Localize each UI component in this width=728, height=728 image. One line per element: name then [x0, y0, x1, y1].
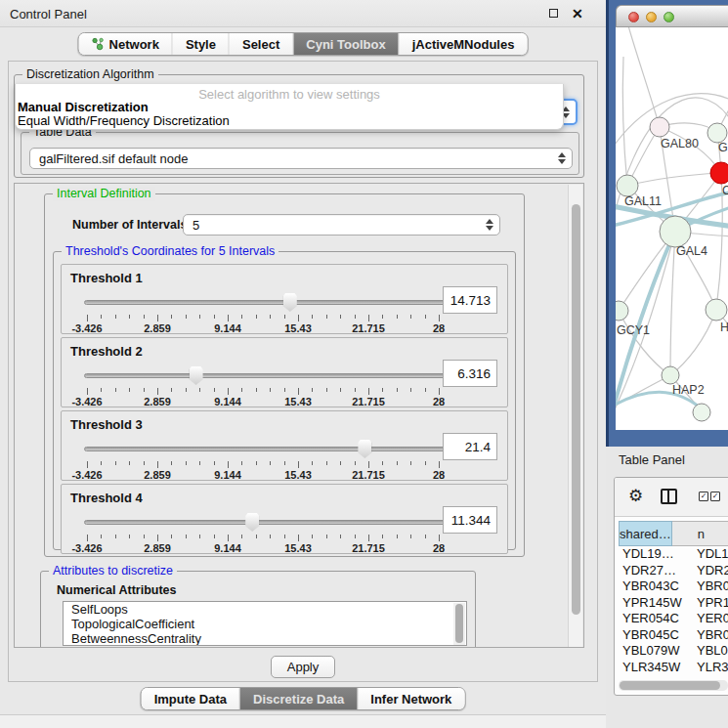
slider-ticks	[87, 388, 439, 396]
attributes-group: Attributes to discretize Numerical Attri…	[40, 571, 476, 648]
network-node[interactable]	[706, 299, 727, 321]
slider-handle[interactable]	[283, 293, 297, 312]
tab-select[interactable]: Select	[230, 33, 293, 55]
tab-network[interactable]: Network	[79, 33, 173, 55]
network-node[interactable]	[710, 162, 728, 184]
cell-name: YIL0	[691, 675, 728, 677]
network-node[interactable]	[616, 301, 628, 321]
threshold-label: Threshold 1	[70, 271, 143, 285]
column-header-shared-name[interactable]: shared…	[619, 521, 672, 546]
algorithm-popup-hint: Select algorithm to view settings	[16, 84, 563, 101]
slider-track[interactable]	[84, 300, 447, 305]
cell-name: YBL0	[691, 643, 728, 660]
table-panel: Table Panel ⚙ ✓ ✓ shared… n YDL19…YDL1YD…	[606, 447, 728, 728]
table-row[interactable]: YIL052CYIL0	[619, 675, 728, 677]
attributes-group-title: Attributes to discretize	[49, 564, 177, 578]
network-canvas[interactable]: GAL80GCGAL11GAL4GCY1HHAP2	[616, 27, 728, 430]
slider-tick-labels: -3.4262.8599.14415.4321.71528	[87, 322, 439, 334]
cyni-bottom-tabbar: Impute Data Discretize Data Infer Networ…	[141, 687, 466, 710]
attribute-list-item[interactable]: SelfLoops	[64, 602, 466, 617]
threshold-value-input[interactable]	[443, 360, 497, 387]
network-node[interactable]	[662, 366, 679, 384]
slider-handle[interactable]	[190, 366, 203, 385]
columns-icon[interactable]	[661, 489, 677, 504]
table-row[interactable]: YDR27…YDR2	[619, 563, 728, 579]
tab-jactivemnodules[interactable]: jActiveMNodules	[400, 33, 528, 55]
table-row[interactable]: YLR345WYLR3	[619, 660, 728, 676]
attribute-list-item[interactable]: TopologicalCoefficient	[64, 617, 466, 631]
threshold-slider[interactable]: -3.4262.8599.14415.4321.71528	[87, 441, 439, 480]
select-columns-icon[interactable]: ✓ ✓	[699, 492, 720, 501]
network-node[interactable]	[693, 404, 710, 421]
network-edge	[670, 232, 675, 375]
tab-label: jActiveMNodules	[412, 37, 515, 52]
checkbox-icon: ✓	[710, 492, 720, 501]
threshold-label: Threshold 3	[70, 417, 143, 432]
slider-handle[interactable]	[358, 440, 371, 458]
slider-track[interactable]	[84, 447, 447, 451]
gear-icon[interactable]: ⚙	[628, 488, 643, 505]
slider-track[interactable]	[84, 520, 447, 525]
network-node[interactable]	[707, 123, 727, 143]
network-node[interactable]	[650, 117, 669, 137]
attribute-list-item[interactable]: BetweennessCentrality	[64, 631, 466, 646]
threshold-slider[interactable]: -3.4262.8599.14415.4321.71528	[87, 294, 439, 333]
algorithm-option-manual[interactable]: Manual Discretization	[16, 101, 563, 114]
slider-ticks	[87, 535, 439, 542]
column-header-name[interactable]: n	[672, 521, 728, 546]
table-row[interactable]: YBR045CYBR0	[619, 627, 728, 644]
tab-label: Discretize Data	[253, 692, 344, 707]
settings-vertical-scrollbar[interactable]	[568, 185, 582, 648]
network-node-label: HAP2	[672, 383, 705, 397]
tab-label: Cyni Toolbox	[306, 37, 385, 52]
table-horizontal-scrollbar[interactable]	[619, 680, 728, 691]
cell-name: YBR0	[691, 578, 728, 595]
zoom-traffic-light[interactable]	[664, 12, 674, 22]
close-traffic-light[interactable]	[628, 12, 639, 22]
tab-discretize-data[interactable]: Discretize Data	[240, 688, 358, 709]
slider-tick-labels: -3.4262.8599.14415.4321.71528	[87, 396, 439, 407]
cell-name: YLR3	[691, 660, 728, 676]
network-node[interactable]	[660, 216, 691, 247]
tab-label: Infer Network	[370, 692, 451, 707]
tab-impute-data[interactable]: Impute Data	[142, 688, 240, 709]
tab-label: Select	[242, 37, 279, 52]
control-panel-titlebar: Control Panel ✕	[0, 0, 606, 27]
network-node-label: GCY1	[617, 323, 650, 337]
slider-track[interactable]	[84, 373, 447, 378]
slider-ticks	[87, 315, 439, 322]
float-window-button[interactable]	[548, 8, 561, 21]
table-data-combobox[interactable]: galFiltered.sif default node	[29, 148, 573, 169]
algorithm-option-equal-width[interactable]: Equal Width/Frequency Discretization	[16, 114, 563, 128]
cell-shared-name: YBR045C	[619, 627, 691, 644]
network-node-label: GAL11	[624, 194, 662, 208]
cell-shared-name: YLR345W	[619, 660, 691, 676]
interval-definition-title: Interval Definition	[53, 187, 155, 201]
tab-infer-network[interactable]: Infer Network	[358, 688, 464, 709]
table-row[interactable]: YER054CYER0	[619, 611, 728, 627]
cell-shared-name: YBL079W	[619, 643, 691, 660]
stepper-icon	[484, 219, 499, 231]
threshold-value-input[interactable]	[443, 286, 497, 314]
threshold-slider[interactable]: -3.4262.8599.14415.4321.71528	[87, 514, 439, 553]
table-row[interactable]: YDL19…YDL1	[619, 546, 728, 563]
network-node[interactable]	[617, 175, 638, 196]
threshold-value-input[interactable]	[443, 433, 497, 460]
tab-style[interactable]: Style	[173, 33, 230, 55]
number-of-intervals-combobox[interactable]: 5	[183, 214, 500, 236]
threshold-slider[interactable]: -3.4262.8599.14415.4321.71528	[87, 367, 439, 407]
attributes-list-scrollbar[interactable]	[453, 603, 465, 646]
close-window-button[interactable]: ✕	[572, 6, 584, 19]
slider-tick-labels: -3.4262.8599.14415.4321.71528	[87, 542, 439, 554]
tab-cyni-toolbox[interactable]: Cyni Toolbox	[293, 33, 399, 55]
cell-shared-name: YIL052C	[619, 675, 691, 677]
table-row[interactable]: YBR043CYBR0	[619, 578, 728, 595]
table-row[interactable]: YBL079WYBL0	[619, 643, 728, 660]
minimize-traffic-light[interactable]	[646, 12, 657, 22]
numerical-attributes-list: SelfLoopsTopologicalCoefficientBetweenne…	[63, 601, 467, 646]
apply-button[interactable]: Apply	[271, 656, 335, 678]
slider-handle[interactable]	[245, 513, 259, 532]
network-node-label: C	[722, 184, 728, 197]
table-row[interactable]: YPR145WYPR1	[619, 595, 728, 612]
threshold-value-input[interactable]	[443, 506, 497, 534]
